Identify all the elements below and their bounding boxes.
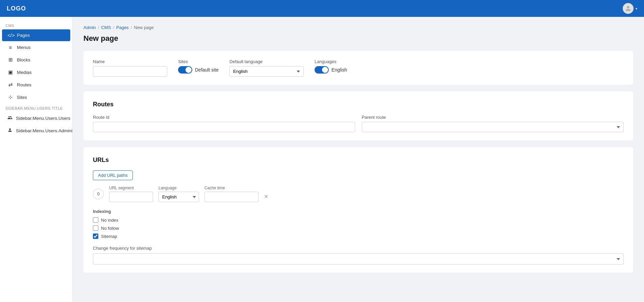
routes-title: Routes [93, 101, 624, 108]
frequency-section: Change frequency for sitemap Always Hour… [93, 246, 624, 265]
default-language-group: Default language English [229, 59, 304, 77]
sidebar-item-medias[interactable]: ▣ Medias [2, 66, 70, 78]
routes-grid: Route id Parent route [93, 115, 624, 132]
languages-toggle-label: English [331, 67, 347, 73]
no-index-label[interactable]: No index [101, 218, 118, 223]
sidebar-item-routes[interactable]: ⇄ Routes [2, 79, 70, 91]
url-row: 0 URL segment Language English Cache tim… [93, 186, 624, 202]
sidebar-item-label: Sidebar.Menu.Users.Administrat... [16, 128, 73, 133]
breadcrumb-cms[interactable]: CMS [101, 25, 111, 30]
medias-icon: ▣ [7, 69, 14, 75]
languages-toggle[interactable] [315, 66, 329, 74]
sites-group: Sites Default site [178, 59, 219, 74]
header: LOGO ▾ [0, 0, 644, 17]
breadcrumb-sep: / [98, 25, 99, 30]
languages-label: Languages [315, 59, 347, 64]
cms-section-title: CMS [0, 21, 72, 29]
basic-info-row: Name Sites Default site Default language [93, 59, 624, 77]
sitemap-label[interactable]: Sitemap [101, 234, 117, 239]
routes-card: Routes Route id Parent route [83, 91, 633, 140]
default-site-toggle[interactable] [178, 66, 192, 74]
user-menu[interactable]: ▾ [623, 3, 637, 14]
sidebar: CMS </> Pages ≡ Menus ⊞ Blocks ▣ Medias … [0, 17, 73, 302]
name-group: Name [93, 59, 167, 77]
sitemap-checkbox[interactable] [93, 234, 98, 239]
sidebar-item-blocks[interactable]: ⊞ Blocks [2, 54, 70, 66]
url-segment-label: URL segment [109, 186, 153, 190]
name-label: Name [93, 59, 167, 64]
breadcrumb-admin[interactable]: Admin [83, 25, 96, 30]
parent-route-label: Parent route [362, 115, 624, 120]
add-url-button[interactable]: Add URL paths [93, 170, 133, 180]
routes-icon: ⇄ [7, 82, 14, 88]
parent-route-select[interactable] [362, 122, 624, 132]
sidebar-item-pages[interactable]: </> Pages [2, 29, 70, 41]
sidebar-item-administrators[interactable]: Sidebar.Menu.Users.Administrat... [2, 125, 70, 137]
sites-toggle-wrapper: Default site [178, 66, 219, 74]
frequency-label: Change frequency for sitemap [93, 246, 624, 251]
breadcrumb: Admin / CMS / Pages / New page [83, 25, 633, 30]
sidebar-item-label: Menus [17, 45, 31, 50]
breadcrumb-current: New page [134, 25, 154, 30]
cache-time-input[interactable] [204, 192, 258, 202]
indexing-section: Indexing No index No follow Sitemap [93, 209, 624, 239]
users-icon [7, 115, 13, 121]
url-language-label: Language [158, 186, 199, 190]
route-id-group: Route id [93, 115, 355, 132]
sidebar-item-menus[interactable]: ≡ Menus [2, 42, 70, 53]
sidebar-item-sites[interactable]: ⊹ Sites [2, 91, 70, 103]
languages-group: Languages English [315, 59, 347, 74]
breadcrumb-sep: / [113, 25, 114, 30]
no-index-checkbox[interactable] [93, 217, 98, 223]
default-site-label: Default site [195, 67, 219, 73]
no-follow-label[interactable]: No follow [101, 226, 119, 231]
main-content: Admin / CMS / Pages / New page New page … [73, 17, 644, 302]
sidebar-item-label: Pages [17, 33, 30, 38]
pages-icon: </> [7, 32, 14, 38]
default-language-select[interactable]: English [229, 66, 304, 77]
name-input[interactable] [93, 66, 167, 77]
cache-time-label: Cache time [204, 186, 258, 190]
logo: LOGO [7, 5, 26, 12]
default-language-label: Default language [229, 59, 304, 64]
chevron-down-icon: ▾ [636, 7, 637, 10]
no-follow-checkbox[interactable] [93, 225, 98, 231]
breadcrumb-sep: / [131, 25, 132, 30]
sites-icon: ⊹ [7, 94, 14, 100]
admin-icon [7, 128, 13, 134]
route-id-label: Route id [93, 115, 355, 120]
page-title: New page [83, 34, 633, 43]
avatar[interactable] [623, 3, 634, 14]
menus-icon: ≡ [7, 45, 14, 50]
urls-card: URLs Add URL paths 0 URL segment Languag… [83, 147, 633, 273]
url-segment-group: URL segment [109, 186, 153, 202]
sidebar-item-label: Blocks [17, 57, 30, 62]
basic-info-card: Name Sites Default site Default language [83, 51, 633, 85]
sitemap-row: Sitemap [93, 234, 624, 239]
sidebar-item-users[interactable]: Sidebar.Menu.Users.Users [2, 112, 70, 124]
languages-toggle-wrapper: English [315, 66, 347, 74]
indexing-title: Indexing [93, 209, 624, 214]
users-section-title: SIDEBAR.MENU.USERS.TITLE [0, 104, 72, 112]
frequency-select[interactable]: Always Hourly Daily Weekly Monthly Yearl… [93, 253, 624, 265]
url-language-select[interactable]: English [158, 192, 199, 202]
url-remove-button[interactable]: ✕ [264, 193, 268, 200]
no-index-row: No index [93, 217, 624, 223]
urls-title: URLs [93, 157, 624, 164]
url-segment-input[interactable] [109, 192, 153, 202]
breadcrumb-pages[interactable]: Pages [116, 25, 129, 30]
route-id-input[interactable] [93, 122, 355, 132]
parent-route-group: Parent route [362, 115, 624, 132]
url-language-group: Language English [158, 186, 199, 202]
sidebar-item-label: Sites [17, 95, 27, 100]
sites-label: Sites [178, 59, 219, 64]
sidebar-item-label: Routes [17, 82, 31, 87]
blocks-icon: ⊞ [7, 57, 14, 63]
url-index: 0 [93, 189, 104, 199]
sidebar-item-label: Sidebar.Menu.Users.Users [16, 116, 70, 121]
sidebar-item-label: Medias [17, 70, 32, 75]
no-follow-row: No follow [93, 225, 624, 231]
cache-time-group: Cache time [204, 186, 258, 202]
